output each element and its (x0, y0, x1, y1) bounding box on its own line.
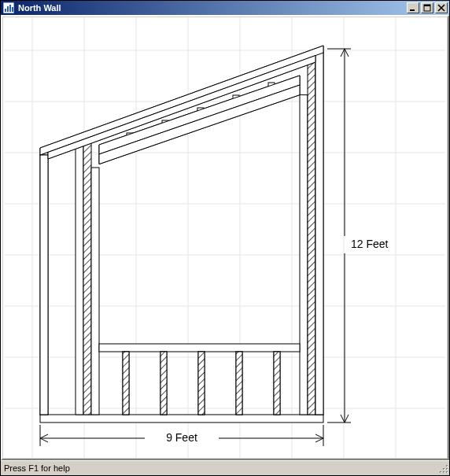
svg-rect-75 (441, 472, 441, 473)
svg-marker-57 (48, 56, 315, 160)
resize-grip-icon[interactable] (437, 462, 449, 474)
svg-rect-5 (410, 9, 415, 11)
dimension-height-label: 12 Feet (351, 238, 389, 250)
svg-rect-29 (91, 168, 99, 415)
statusbar-text: Press F1 for help (4, 463, 70, 473)
svg-rect-2 (7, 6, 9, 12)
document-window: North Wall (0, 0, 450, 476)
svg-rect-72 (447, 466, 448, 467)
titlebar[interactable]: North Wall (1, 1, 449, 15)
svg-rect-76 (444, 472, 444, 473)
drawing-client-area: 9 Feet 12 Feet (1, 15, 449, 460)
dimension-width-label: 9 Feet (166, 431, 197, 444)
svg-rect-49 (236, 352, 242, 415)
svg-rect-7 (424, 5, 430, 6)
window-buttons (405, 2, 448, 13)
svg-rect-3 (9, 5, 11, 12)
cripple-studs-lower (123, 352, 280, 415)
svg-rect-53 (315, 53, 323, 415)
minimize-button[interactable] (407, 2, 419, 13)
barchart-icon (2, 2, 15, 14)
svg-rect-30 (300, 95, 308, 415)
svg-marker-31 (308, 56, 315, 415)
dimension-height (327, 49, 351, 422)
svg-rect-43 (123, 352, 129, 415)
window-title: North Wall (17, 3, 405, 13)
bottom-plate (40, 415, 323, 422)
svg-rect-74 (447, 469, 448, 470)
svg-marker-27 (76, 139, 83, 415)
svg-marker-28 (83, 136, 91, 415)
sill-plate (99, 344, 300, 352)
svg-rect-45 (160, 352, 167, 415)
close-button[interactable] (435, 2, 448, 13)
svg-rect-47 (198, 352, 205, 415)
statusbar: Press F1 for help (1, 460, 449, 475)
svg-rect-73 (444, 469, 444, 470)
wall-framing-diagram: 9 Feet 12 Feet (3, 17, 447, 458)
drawing-canvas[interactable]: 9 Feet 12 Feet (3, 17, 447, 458)
svg-rect-1 (5, 9, 6, 12)
svg-rect-4 (12, 7, 13, 12)
svg-rect-51 (274, 352, 280, 415)
svg-rect-52 (40, 155, 48, 415)
svg-rect-77 (447, 472, 448, 473)
maximize-button[interactable] (421, 2, 433, 13)
svg-marker-54 (99, 76, 300, 154)
